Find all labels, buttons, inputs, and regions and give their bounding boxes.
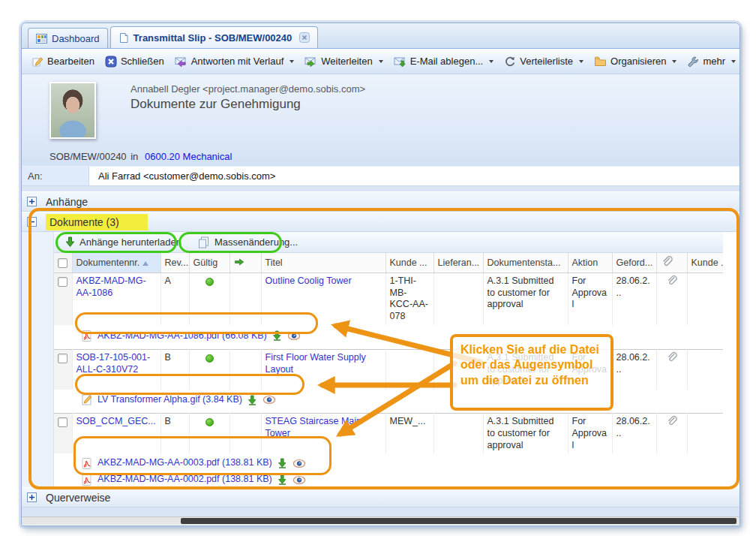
column-status[interactable]: Dokumentensta... [483,253,568,273]
reference-line: SOB/MEW/00240 in 0600.20 Mechanical [22,146,740,166]
column-attachment[interactable] [656,253,687,273]
section-querverweise: Querverweise [22,487,740,507]
attachment-row: LV Transformer Alpha.gif (3.84 KB) [54,390,723,414]
document-title-link[interactable]: First Floor Water Supply Layout [266,352,366,375]
scrollbar-thumb[interactable] [181,518,736,524]
tab-dashboard-label: Dashboard [52,33,100,44]
download-file-icon[interactable] [272,330,282,341]
document-number-link[interactable]: SOB_CCM_GEC... [76,416,156,426]
forward-column-icon [234,257,244,266]
download-icon [65,236,75,248]
document-title-link[interactable]: STEAG Staircase Main Tower [266,416,362,438]
doc-row: AKBZ-MAD-MG-AA-1086 A Outline Coolig Tow… [54,273,723,325]
in-word: in [130,151,138,162]
attachment-row: AKBZ-MAD-MG-AA-1086.pdf (66.08 KB) [54,325,723,350]
section-querverweise-label: Querverweise [46,492,110,504]
app-window: Dashboard Transmittal Slip - SOB/MEW/002… [21,23,740,526]
download-file-icon[interactable] [278,474,287,485]
mass-change-icon [198,236,210,248]
pdf-icon [81,474,92,486]
column-kunde[interactable]: Kunde ... [386,253,434,273]
distribution-list-button[interactable]: Verteilerliste [499,53,589,71]
column-aktion[interactable]: Aktion [568,253,612,273]
document-number-link[interactable]: SOB-17-105-001-ALL-C-310V72 [76,352,151,375]
attachment-file-link[interactable]: AKBZ-MAD-MG-AA-0003.pdf (138.81 KB) [98,457,272,469]
transmittal-number: SOB/MEW/00240 [50,151,127,162]
section-anhaenge: Anhänge [22,191,740,212]
column-rev[interactable]: Rev... [160,253,189,273]
paperclip-icon [666,276,677,286]
close-button[interactable]: Schließen [100,53,170,71]
project-link[interactable]: 0600.20 Mechanical [145,151,232,162]
tab-close-icon[interactable] [299,32,310,43]
sender-avatar [50,82,96,139]
attachment-row: AKBZ-MAD-MG-AA-0003.pdf (138.81 KB) [54,453,723,471]
doc-row: SOB-17-105-001-ALL-C-310V72 B First Floo… [54,350,723,390]
dashboard-grid-icon [36,34,47,44]
column-lieferant[interactable]: Lieferan... [434,253,483,273]
organize-button[interactable]: Organisieren [589,53,682,70]
dropdown-arrow-icon [290,60,294,63]
paperclip-icon [661,256,673,267]
column-kunde2[interactable]: Kunde ... [687,253,723,273]
horizontal-scrollbar [22,516,740,525]
pdf-icon [81,458,92,469]
section-dokumente-label: Dokumente (3) [46,214,148,230]
tab-dashboard[interactable]: Dashboard [28,28,108,48]
sort-asc-icon [142,257,148,268]
to-label: An: [22,167,89,185]
more-button[interactable]: mehr [682,53,740,71]
column-valid[interactable]: Gültig [189,253,230,273]
row-checkbox[interactable] [54,273,72,325]
section-anhaenge-label: Anhänge [46,196,88,208]
expander-plus-icon[interactable] [27,492,37,502]
attachment-row: AKBZ-MAD-MG-AA-0002.pdf (138.81 KB) [54,471,723,487]
attachment-file-link[interactable]: AKBZ-MAD-MG-AA-1086.pdf (66.08 KB) [98,330,267,342]
expander-minus-icon[interactable] [27,217,37,227]
to-value: Ali Farrad <customer@demo.sobis.com> [89,167,284,185]
section-dokumente: Dokumente (3) [22,212,740,232]
distribution-list-icon [504,56,516,68]
column-titel[interactable]: Titel [261,253,386,273]
documents-toolbar: Anhänge herunterladen Massenänderung... [54,232,723,253]
eye-icon[interactable] [262,395,276,405]
paperclip-icon [666,352,677,363]
row-checkbox[interactable] [54,350,72,390]
mass-change-button[interactable]: Massenänderung... [194,234,302,251]
eye-icon[interactable] [292,459,306,468]
eye-icon[interactable] [292,475,306,485]
reply-history-icon [175,56,188,68]
row-checkbox[interactable] [54,414,72,453]
tab-transmittal-slip[interactable]: Transmittal Slip - SOB/MEW/00240 [110,26,319,48]
sender-address: Annabell Degler <project.manager@demo.so… [130,83,365,95]
attachment-file-link[interactable]: LV Transformer Alpha.gif (3.84 KB) [98,394,242,406]
valid-dot-icon [206,278,214,286]
dropdown-arrow-icon [731,60,736,63]
column-forward[interactable] [230,253,261,273]
document-icon [118,32,129,44]
document-number-link[interactable]: AKBZ-MAD-MG-AA-1086 [76,276,146,298]
dropdown-arrow-icon [489,60,494,63]
reply-with-history-button[interactable]: Antworten mit Verlauf [170,53,300,71]
dropdown-arrow-icon [379,60,383,63]
download-attachments-button[interactable]: Anhänge herunterladen [61,234,186,250]
attachment-file-link[interactable]: AKBZ-MAD-MG-AA-0002.pdf (138.81 KB) [98,474,272,486]
message-subject: Dokumente zur Genehmigung [130,97,365,112]
forward-button[interactable]: Weiterleiten [299,53,388,71]
select-all-checkbox[interactable] [54,253,72,273]
download-file-icon[interactable] [248,395,257,405]
file-email-button[interactable]: E-Mail ablegen... [388,53,500,71]
recipient-row: An: Ali Farrad <customer@demo.sobis.com> [22,166,740,186]
doc-row: SOB_CCM_GEC... B STEAG Staircase Main To… [54,414,723,453]
edit-button[interactable]: Bearbeiten [26,53,100,71]
pdf-icon [81,330,92,342]
download-file-icon[interactable] [278,458,287,468]
column-docno[interactable]: Dokumentennr. [72,253,160,273]
documents-panel: Anhänge herunterladen Massenänderung... … [22,232,740,487]
edit-file-icon [81,394,92,405]
eye-icon[interactable] [287,331,301,341]
column-gefordert[interactable]: Geford... [612,253,656,273]
table-header-row: Dokumentennr. Rev... Gültig Titel Kunde … [54,253,723,273]
expander-plus-icon[interactable] [27,197,37,206]
document-title-link[interactable]: Outline Coolig Tower [266,276,352,286]
